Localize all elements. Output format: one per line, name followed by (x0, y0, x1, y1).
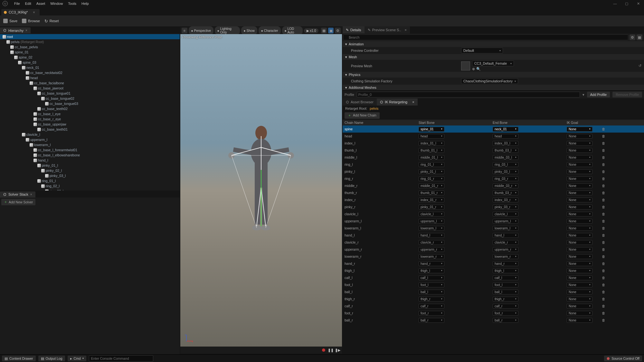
ik-goal-dropdown[interactable]: None▾ (567, 254, 592, 259)
start-bone-dropdown[interactable]: pinky_01_l▾ (419, 169, 444, 174)
delete-chain-icon[interactable]: 🗑 (602, 134, 605, 138)
end-bone-dropdown[interactable]: foot_l▾ (493, 283, 518, 287)
chain-row-calf_r[interactable]: calf_rcalf_r▾calf_r▾None▾🗑 (343, 302, 644, 310)
start-bone-dropdown[interactable]: calf_l▾ (419, 275, 444, 280)
chain-row-pinky_l[interactable]: pinky_lpinky_01_l▾pinky_03_l▾None▾🗑 (343, 168, 644, 175)
bone-pinky_02_l[interactable]: pinky_02_l (0, 168, 180, 173)
chain-row-pinky_r[interactable]: pinky_rpinky_01_r▾pinky_03_r▾None▾🗑 (343, 203, 644, 210)
start-bone-dropdown[interactable]: foot_l▾ (419, 283, 444, 287)
delete-chain-icon[interactable]: 🗑 (602, 283, 605, 287)
end-bone-dropdown[interactable]: foot_r▾ (493, 311, 518, 316)
end-bone-dropdown[interactable]: thumb_03_r▾ (493, 190, 518, 195)
delete-chain-icon[interactable]: 🗑 (602, 318, 605, 322)
end-bone-dropdown[interactable]: thigh_l▾ (493, 268, 518, 273)
tab-hierarchy[interactable]: ⌬ Hierarchy × (0, 27, 31, 33)
bone-cc_base_teeth02[interactable]: cc_base_teeth02 (0, 106, 180, 111)
chain-row-ring_r[interactable]: ring_rring_01_r▾ring_03_r▾None▾🗑 (343, 175, 644, 182)
delete-chain-icon[interactable]: 🗑 (602, 269, 605, 273)
window-maximize[interactable]: ▢ (621, 0, 632, 7)
ik-goal-dropdown[interactable]: None▾ (567, 318, 592, 323)
output-log-button[interactable]: ▤Output Log (38, 356, 65, 361)
clothing-factory-dropdown[interactable]: ChaosClothingSimulationFactory▾ (461, 78, 518, 84)
bone-cc_base_tongue03[interactable]: cc_base_tongue03 (0, 101, 180, 106)
ik-goal-dropdown[interactable]: None▾ (567, 169, 592, 174)
hierarchy-panel[interactable]: rootpelvis(Retarget Root)cc_base_pelviss… (0, 33, 180, 190)
bone-clavicle_l[interactable]: clavicle_l (0, 132, 180, 137)
ik-goal-dropdown[interactable]: None▾ (567, 275, 592, 280)
viewport-grid-button[interactable]: ▦ (321, 28, 327, 33)
pause-button[interactable]: ❚❚ (328, 348, 332, 352)
ik-goal-dropdown[interactable]: None▾ (567, 141, 592, 146)
chain-row-spine[interactable]: spinespine_01▾neck_01▾None▾🗑 (343, 125, 644, 133)
end-bone-dropdown[interactable]: ball_r▾ (493, 318, 518, 323)
chain-row-upperarm_r[interactable]: upperarm_rupperarm_r▾upperarm_r▾None▾🗑 (343, 246, 644, 253)
delete-chain-icon[interactable]: 🗑 (602, 226, 605, 230)
end-bone-dropdown[interactable]: hand_r▾ (493, 261, 518, 266)
end-bone-dropdown[interactable]: hand_l▾ (493, 233, 518, 238)
delete-chain-icon[interactable]: 🗑 (602, 155, 605, 159)
close-icon[interactable]: × (33, 10, 35, 14)
chain-row-hand_l[interactable]: hand_lhand_l▾hand_l▾None▾🗑 (343, 232, 644, 239)
delete-chain-icon[interactable]: 🗑 (602, 127, 605, 131)
start-bone-dropdown[interactable]: spine_01▾ (419, 127, 444, 132)
chain-row-ball_l[interactable]: ball_lball_l▾ball_l▾None▾🗑 (343, 288, 644, 295)
end-bone-dropdown[interactable]: calf_l▾ (493, 275, 518, 280)
delete-chain-icon[interactable]: 🗑 (602, 170, 605, 173)
browse-to-icon[interactable]: 🔍 (476, 67, 481, 71)
chain-row-lowerarm_l[interactable]: lowerarm_llowerarm_l▾lowerarm_l▾None▾🗑 (343, 225, 644, 232)
ik-goal-dropdown[interactable]: None▾ (567, 176, 592, 181)
end-bone-dropdown[interactable]: head▾ (493, 134, 518, 139)
start-bone-dropdown[interactable]: ball_r▾ (419, 318, 444, 323)
delete-chain-icon[interactable]: 🗑 (602, 304, 605, 308)
ik-goal-dropdown[interactable]: None▾ (567, 198, 592, 202)
ik-goal-dropdown[interactable]: None▾ (567, 261, 592, 266)
ik-goal-dropdown[interactable]: None▾ (567, 148, 592, 153)
start-bone-dropdown[interactable]: ring_01_r▾ (419, 176, 444, 181)
bone-pinky_03_l[interactable]: pinky_03_l (0, 173, 180, 178)
bone-upperarm_l[interactable]: upperarm_l (0, 137, 180, 142)
bone-ring_01_l[interactable]: ring_01_l (0, 178, 180, 183)
delete-chain-icon[interactable]: 🗑 (602, 247, 605, 251)
bone-cc_base_l_forearmtwist01[interactable]: cc_base_l_forearmtwist01 (0, 147, 180, 153)
chain-row-foot_r[interactable]: foot_rfoot_r▾foot_r▾None▾🗑 (343, 310, 644, 317)
start-bone-dropdown[interactable]: ring_01_l▾ (419, 162, 444, 167)
viewport-camera-button[interactable]: ▣ (328, 28, 334, 33)
end-bone-dropdown[interactable]: ball_l▾ (493, 290, 518, 294)
ik-goal-dropdown[interactable]: None▾ (567, 290, 592, 294)
ik-goal-dropdown[interactable]: None▾ (567, 155, 592, 160)
record-button[interactable] (322, 348, 325, 352)
ik-goal-dropdown[interactable]: None▾ (567, 247, 592, 252)
ik-goal-dropdown[interactable]: None▾ (567, 233, 592, 238)
bone-cc_base_l_elbowsharebone[interactable]: cc_base_l_elbowsharebone (0, 153, 180, 158)
end-bone-dropdown[interactable]: clavicle_r▾ (493, 240, 518, 245)
bone-root[interactable]: root (0, 34, 180, 39)
category-animation[interactable]: ▾Animation (343, 41, 644, 47)
chain-row-index_l[interactable]: index_lindex_01_l▾index_03_l▾None▾🗑 (343, 140, 644, 147)
chain-row-index_r[interactable]: index_rindex_01_r▾index_03_r▾None▾🗑 (343, 196, 644, 203)
asset-tab[interactable]: CC3_IKRig* × (1, 9, 40, 15)
ik-goal-dropdown[interactable]: None▾ (567, 304, 592, 309)
delete-chain-icon[interactable]: 🗑 (602, 148, 605, 152)
reset-to-default-icon[interactable]: ↺ (639, 64, 641, 68)
ik-goal-dropdown[interactable]: None▾ (567, 134, 592, 139)
chain-row-middle_r[interactable]: middle_rmiddle_01_r▾middle_03_r▾None▾🗑 (343, 182, 644, 189)
3d-viewport[interactable]: Previewing Reference Pose (180, 34, 342, 347)
delete-chain-icon[interactable]: 🗑 (602, 233, 605, 237)
close-icon[interactable]: × (412, 100, 414, 104)
step-button[interactable]: ❚▶ (335, 348, 339, 352)
ik-goal-dropdown[interactable]: None▾ (567, 240, 592, 245)
bone-pelvis[interactable]: pelvis(Retarget Root) (0, 39, 180, 44)
ik-goal-dropdown[interactable]: None▾ (567, 127, 592, 132)
use-selected-icon[interactable]: ⊕ (472, 67, 475, 71)
chain-row-thumb_r[interactable]: thumb_rthumb_01_r▾thumb_03_r▾None▾🗑 (343, 189, 644, 196)
start-bone-dropdown[interactable]: lowerarm_r▾ (419, 254, 444, 259)
ik-goal-dropdown[interactable]: None▾ (567, 205, 592, 209)
menu-file[interactable]: File (12, 2, 23, 5)
start-bone-dropdown[interactable]: foot_r▾ (419, 311, 444, 316)
bone-cc_base_r_eye[interactable]: cc_base_r_eye (0, 116, 180, 122)
start-bone-dropdown[interactable]: thumb_01_r▾ (419, 190, 444, 195)
delete-chain-icon[interactable]: 🗑 (602, 276, 605, 280)
delete-chain-icon[interactable]: 🗑 (602, 205, 605, 209)
bone-pinky_01_l[interactable]: pinky_01_l (0, 163, 180, 168)
chain-row-clavicle_l[interactable]: clavicle_lclavicle_l▾clavicle_l▾None▾🗑 (343, 210, 644, 218)
